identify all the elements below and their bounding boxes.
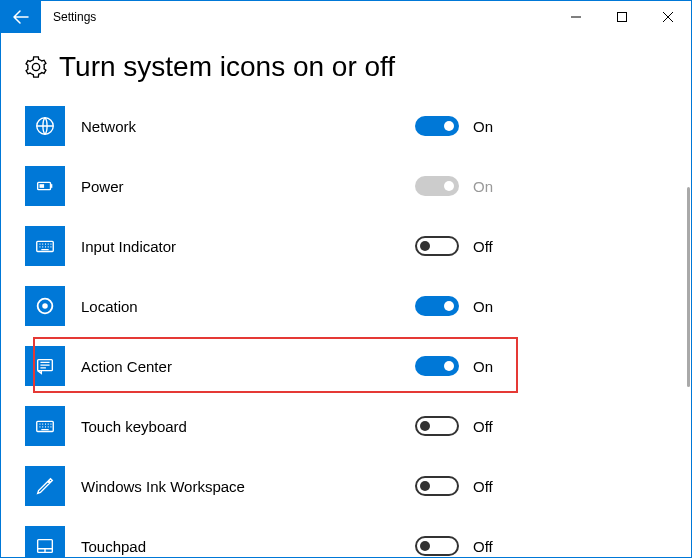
toggle-switch[interactable] [415,116,459,136]
setting-label: Location [81,298,138,315]
page-content: Turn system icons on or off NetworkOnPow… [1,33,691,557]
toggle-knob [420,481,430,491]
setting-row: Input IndicatorOff [25,223,667,269]
svg-rect-4 [40,184,45,188]
setting-label: Network [81,118,136,135]
toggle-state-label: Off [473,538,493,555]
toggle-knob [444,121,454,131]
toggle-knob [444,301,454,311]
page-title: Turn system icons on or off [59,51,395,83]
icon-tile [25,226,65,266]
page-header: Turn system icons on or off [25,51,667,83]
toggle-zone: On [415,356,493,376]
setting-label: Input Indicator [81,238,176,255]
arrow-left-icon [13,9,29,25]
setting-row: LocationOn [25,283,667,329]
location-icon [34,295,56,317]
icon-tile [25,466,65,506]
setting-row: Windows Ink WorkspaceOff [25,463,667,509]
globe-icon [34,115,56,137]
icon-tile [25,526,65,557]
setting-label: Touchpad [81,538,146,555]
toggle-state-label: Off [473,478,493,495]
power-icon [34,175,56,197]
toggle-zone: On [415,176,493,196]
toggle-state-label: On [473,298,493,315]
toggle-switch[interactable] [415,476,459,496]
setting-label: Windows Ink Workspace [81,478,245,495]
toggle-zone: On [415,116,493,136]
toggle-zone: Off [415,416,493,436]
close-icon [663,12,673,22]
icon-tile [25,106,65,146]
keyboard-icon [34,235,56,257]
toggle-state-label: Off [473,238,493,255]
toggle-knob [444,361,454,371]
maximize-icon [617,12,627,22]
action-center-icon [34,355,56,377]
toggle-knob [444,181,454,191]
maximize-button[interactable] [599,1,645,33]
scrollbar-thumb[interactable] [687,187,690,387]
svg-rect-0 [618,13,627,22]
minimize-button[interactable] [553,1,599,33]
icon-tile [25,346,65,386]
toggle-state-label: Off [473,418,493,435]
toggle-state-label: On [473,178,493,195]
toggle-knob [420,241,430,251]
toggle-knob [420,541,430,551]
toggle-state-label: On [473,118,493,135]
setting-label: Power [81,178,124,195]
setting-row: NetworkOn [25,103,667,149]
toggle-knob [420,421,430,431]
touch-keyboard-icon [34,415,56,437]
toggle-zone: On [415,296,493,316]
setting-row: Action CenterOn [25,343,667,389]
window-title: Settings [53,10,96,24]
toggle-zone: Off [415,236,493,256]
icon-tile [25,406,65,446]
toggle-switch[interactable] [415,416,459,436]
toggle-state-label: On [473,358,493,375]
setting-row: PowerOn [25,163,667,209]
setting-row: TouchpadOff [25,523,667,557]
toggle-switch[interactable] [415,356,459,376]
toggle-switch[interactable] [415,236,459,256]
window-controls [553,1,691,33]
toggle-switch[interactable] [415,296,459,316]
svg-point-7 [42,303,48,309]
close-button[interactable] [645,1,691,33]
setting-label: Touch keyboard [81,418,187,435]
touchpad-icon [34,535,56,557]
gear-icon [25,56,47,78]
ink-icon [34,475,56,497]
toggle-zone: Off [415,536,493,556]
toggle-zone: Off [415,476,493,496]
icon-tile [25,166,65,206]
icon-tile [25,286,65,326]
back-button[interactable] [1,1,41,33]
svg-rect-3 [51,184,53,188]
minimize-icon [571,12,581,22]
setting-row: Touch keyboardOff [25,403,667,449]
toggle-switch [415,176,459,196]
toggle-switch[interactable] [415,536,459,556]
setting-label: Action Center [81,358,172,375]
titlebar: Settings [1,1,691,33]
